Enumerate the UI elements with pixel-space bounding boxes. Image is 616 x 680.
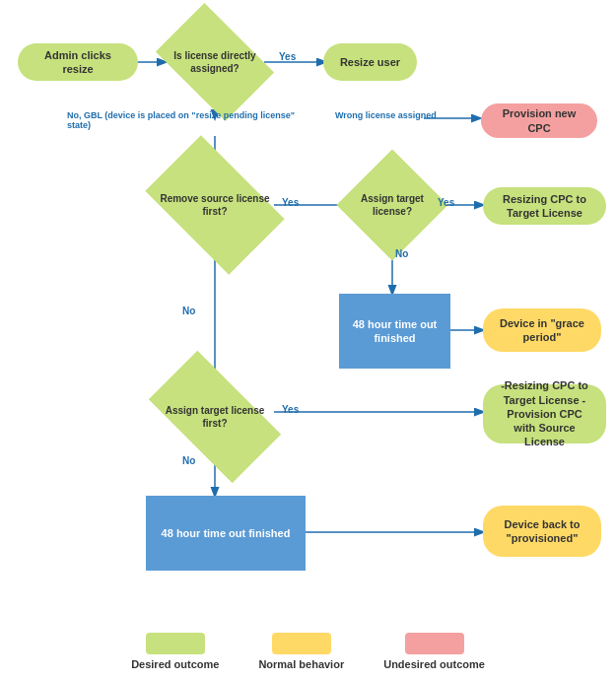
remove-source-diamond: Remove source license first? [145,135,284,274]
admin-node: Admin clicks resize [18,43,138,81]
timeout-2-node: 48 hour time out finished [146,496,306,571]
legend-normal-box [272,633,331,654]
yes-label-1: Yes [279,51,296,62]
legend-undesired-box [405,633,464,654]
resizing-cpc-1-node: Resizing CPC to Target License [483,187,606,225]
legend-normal: Normal behavior [258,633,344,670]
no-label-1: No [395,248,408,259]
yes-label-4: Yes [282,404,299,415]
legend-desired: Desired outcome [131,633,219,670]
legend-desired-box [146,633,205,654]
resize-user-node: Resize user [323,43,417,81]
legend: Desired outcome Normal behavior Undesire… [0,633,616,670]
device-provisioned-node: Device back to "provisioned" [483,506,601,557]
provision-new-cpc-node: Provision new CPC [481,103,597,138]
legend-desired-label: Desired outcome [131,658,219,670]
no-label-3: No [182,455,195,466]
wrong-license-label: Wrong license assigned [335,110,437,120]
timeout-1-node: 48 hour time out finished [339,294,450,369]
legend-undesired-label: Undesired outcome [383,658,485,670]
gbl-label: No, GBL (device is placed on "resize pen… [67,110,313,130]
directly-assigned-diamond: Is license directly assigned? [156,3,274,121]
legend-normal-label: Normal behavior [258,658,344,670]
no-label-2: No [182,306,195,316]
diagram: Admin clicks resize Is license directly … [0,0,616,631]
assign-target-diamond: Assign target license? [336,149,447,260]
grace-period-node: Device in "grace period" [483,308,601,352]
legend-undesired: Undesired outcome [383,633,485,670]
assign-target-first-diamond: Assign target license first? [149,351,281,483]
yes-label-2: Yes [282,197,299,208]
yes-label-3: Yes [438,197,454,208]
resizing-provision-node: -Resizing CPC to Target License -Provisi… [483,384,606,443]
